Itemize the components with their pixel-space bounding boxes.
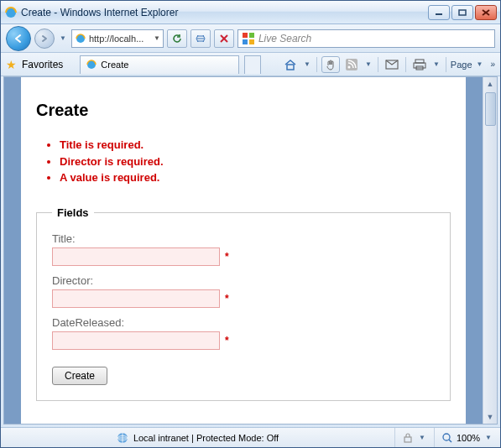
title-bar: Create - Windows Internet Explorer (1, 1, 500, 24)
feeds-dropdown-icon[interactable]: ▼ (365, 60, 372, 68)
svg-rect-17 (415, 60, 424, 63)
maximize-button[interactable] (451, 5, 473, 20)
director-label: Director: (52, 274, 435, 287)
minimize-button[interactable] (428, 5, 450, 20)
feeds-button[interactable] (342, 56, 361, 73)
scroll-thumb[interactable] (485, 92, 496, 126)
svg-rect-11 (249, 39, 254, 44)
fields-fieldset: Fields Title: * Director: * Dat (36, 206, 451, 401)
ie-logo-icon (4, 6, 18, 19)
separator (378, 57, 378, 72)
security-dropdown-icon[interactable]: ▼ (419, 434, 425, 441)
tab-create[interactable]: Create (80, 55, 239, 74)
required-marker: * (225, 293, 229, 305)
window-buttons (428, 5, 497, 20)
svg-point-15 (347, 65, 350, 68)
field-director: Director: * (52, 274, 435, 308)
svg-rect-13 (287, 65, 294, 70)
address-bar[interactable]: http://localh... ▼ (71, 29, 164, 48)
title-input[interactable] (52, 247, 220, 266)
close-button[interactable] (475, 5, 497, 20)
more-chevron-icon[interactable]: » (490, 60, 495, 69)
create-button[interactable]: Create (52, 367, 107, 385)
separator (446, 57, 446, 72)
search-box[interactable]: Live Search (237, 29, 495, 48)
scroll-down-icon[interactable]: ▼ (487, 410, 494, 424)
validation-summary: Title is required. Director is required.… (36, 137, 451, 186)
command-bar: ▼ ▼ ▼ Page ▼ » (281, 56, 495, 73)
date-released-label: DateReleased: (52, 316, 435, 329)
refresh-button[interactable] (167, 29, 187, 48)
separator (405, 57, 406, 72)
status-bar: Local intranet | Protected Mode: Off ▼ 1… (1, 427, 500, 447)
address-text: http://localh... (89, 34, 144, 44)
svg-rect-10 (243, 39, 248, 44)
title-label: Title: (52, 232, 435, 245)
back-button[interactable] (6, 26, 31, 51)
live-search-icon (242, 32, 255, 45)
status-security[interactable]: ▼ (394, 428, 427, 447)
director-input[interactable] (52, 289, 220, 308)
date-released-input[interactable] (52, 331, 220, 350)
left-stripe (4, 77, 21, 424)
status-zoom[interactable]: 100% ▼ (434, 428, 493, 447)
required-marker: * (225, 251, 229, 263)
validation-error: Director is required. (60, 154, 451, 170)
svg-rect-2 (459, 10, 466, 15)
svg-rect-9 (249, 33, 254, 38)
forward-button[interactable] (34, 29, 55, 49)
tab-label: Create (101, 60, 128, 70)
ie-window: Create - Windows Internet Explorer ▼ htt… (0, 0, 501, 448)
favorites-star-icon[interactable]: ★ (6, 58, 17, 71)
svg-rect-8 (243, 33, 248, 38)
zoom-icon (441, 432, 453, 444)
fieldset-legend: Fields (52, 206, 94, 219)
address-dropdown-icon[interactable]: ▼ (154, 34, 160, 42)
status-zone: Local intranet | Protected Mode: Off (8, 432, 388, 444)
nav-bar: ▼ http://localh... ▼ Live Search (1, 24, 500, 53)
page-body: Create Title is required. Director is re… (21, 77, 466, 424)
lock-icon (402, 432, 414, 444)
intranet-zone-icon (117, 432, 128, 444)
nav-history-dropdown-icon[interactable]: ▼ (60, 34, 66, 42)
svg-point-23 (443, 434, 450, 440)
new-tab-button[interactable] (244, 55, 261, 74)
vertical-scrollbar[interactable]: ▲ ▼ (483, 77, 497, 424)
validation-error: Title is required. (60, 137, 451, 154)
read-mail-button[interactable] (383, 56, 401, 73)
window-title: Create - Windows Internet Explorer (21, 7, 428, 18)
content-area: Create Title is required. Director is re… (3, 76, 498, 425)
favorites-bar: ★ Favorites Create ▼ ▼ (1, 53, 500, 76)
page-heading: Create (36, 101, 451, 120)
home-button[interactable] (281, 56, 300, 73)
home-dropdown-icon[interactable]: ▼ (304, 60, 311, 68)
zoom-dropdown-icon[interactable]: ▼ (485, 434, 492, 441)
search-placeholder: Live Search (258, 33, 311, 44)
zoom-level: 100% (457, 433, 480, 443)
svg-line-24 (449, 440, 451, 442)
scroll-up-icon[interactable]: ▲ (487, 77, 494, 91)
right-stripe (466, 77, 483, 424)
svg-rect-18 (414, 63, 425, 68)
page-menu-dropdown-icon[interactable]: ▼ (477, 60, 483, 68)
required-marker: * (225, 335, 229, 346)
field-title: Title: * (52, 232, 435, 266)
ie-tab-icon (86, 59, 97, 70)
validation-error: A value is required. (60, 169, 451, 186)
page-menu[interactable]: Page (451, 60, 472, 70)
separator (316, 57, 317, 72)
ie-page-icon (75, 33, 86, 44)
favorites-label[interactable]: Favorites (22, 59, 63, 70)
status-zone-text: Local intranet | Protected Mode: Off (133, 433, 279, 443)
field-date-released: DateReleased: * (52, 316, 435, 350)
hand-tool-button[interactable] (321, 56, 340, 73)
svg-rect-22 (404, 437, 411, 442)
print-button[interactable] (410, 56, 429, 73)
compat-view-button[interactable] (190, 29, 211, 48)
stop-button[interactable] (214, 29, 234, 48)
print-dropdown-icon[interactable]: ▼ (433, 60, 440, 68)
